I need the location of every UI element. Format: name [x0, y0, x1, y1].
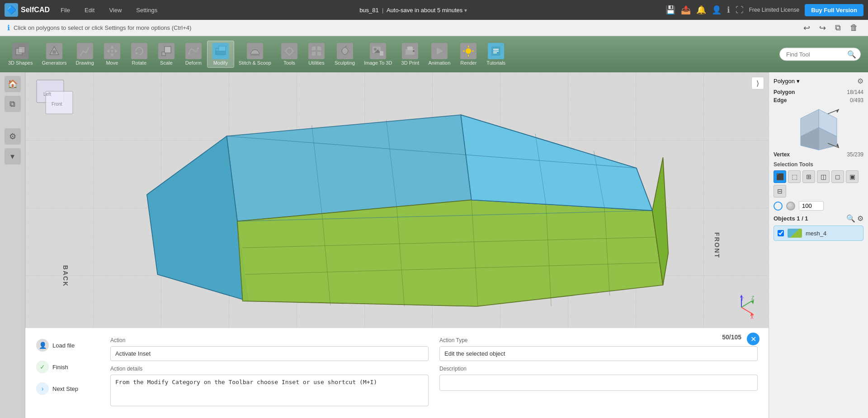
load-file-icon: 👤 — [36, 339, 49, 352]
tool-modify[interactable]: Modify — [207, 41, 234, 68]
user-icon[interactable]: 👤 — [712, 5, 722, 15]
objects-row: Objects 1 / 1 🔍 ⚙ — [774, 214, 863, 223]
object-name: mesh_4 — [806, 230, 826, 237]
sel-all-button[interactable]: ⬛ — [774, 170, 786, 183]
tool-label-modify: Modify — [213, 60, 228, 66]
home-icon[interactable]: 🏠 — [5, 76, 21, 92]
tool-3d-print[interactable]: 3D Print — [396, 41, 424, 67]
undo-button[interactable]: ↩ — [801, 21, 813, 35]
svg-text:Front: Front — [52, 102, 62, 107]
find-tool-area: 🔍 — [779, 48, 861, 61]
tool-3d-shapes[interactable]: 3D Shapes — [4, 41, 37, 67]
svg-point-18 — [286, 48, 292, 54]
bell-icon[interactable]: 🔔 — [696, 5, 706, 15]
svg-rect-23 — [312, 47, 316, 50]
redo-button[interactable]: ↪ — [816, 21, 829, 35]
selection-circle[interactable] — [774, 202, 783, 211]
svg-text:X: X — [750, 315, 754, 320]
close-tutorial-button[interactable]: ✕ — [747, 333, 760, 345]
tool-generators[interactable]: Generators — [37, 41, 71, 67]
top-right-actions: 💾 📤 🔔 👤 ℹ ⛶ Free Limited License Buy Ful… — [665, 4, 863, 16]
buy-full-version-button[interactable]: Buy Full Version — [805, 4, 863, 16]
tool-label-utilities: Utilities — [308, 60, 324, 66]
tool-tools[interactable]: Tools — [276, 41, 303, 67]
info-icon[interactable]: ℹ — [727, 5, 730, 15]
svg-rect-8 — [111, 50, 113, 52]
menu-file[interactable]: File — [57, 5, 74, 15]
sel-box-button[interactable]: ⬚ — [788, 170, 801, 183]
tool-scale[interactable]: Scale — [153, 41, 180, 67]
layers-icon[interactable]: ⧉ — [5, 96, 21, 112]
step-load-file[interactable]: 👤 Load file — [36, 337, 99, 353]
notification-message: ℹ Click on polygons to select or click S… — [7, 23, 191, 32]
objects-search-icon[interactable]: 🔍 — [846, 214, 855, 223]
tool-sculpting[interactable]: Sculpting — [330, 41, 359, 67]
tool-label-stitch-scoop: Stitch & Scoop — [239, 60, 271, 66]
action-input[interactable] — [110, 346, 429, 361]
step-finish[interactable]: ✓ Finish — [36, 359, 99, 375]
share-icon[interactable]: 📤 — [681, 5, 691, 15]
copy-button[interactable]: ⧉ — [832, 21, 844, 34]
tutorial-panel: 👤 Load file ✓ Finish › Next Step Action … — [25, 328, 769, 418]
sel-extra-button[interactable]: ⊟ — [774, 185, 786, 197]
viewport[interactable]: Left Front FRONT BACK Y X Z — [25, 72, 769, 418]
tool-image-to-3d[interactable]: Image To 3D — [359, 41, 396, 67]
tool-move[interactable]: Move — [99, 41, 126, 67]
view-settings-icon[interactable]: ⚙ — [857, 77, 863, 85]
app-logo[interactable]: 🔷 SelfCAD — [5, 3, 50, 17]
step-next[interactable]: › Next Step — [36, 380, 99, 397]
sel-vertex-button[interactable]: ◻ — [831, 170, 844, 183]
sculpting-icon — [337, 43, 353, 59]
object-checkbox[interactable] — [778, 230, 784, 236]
view-mode-label[interactable]: Polygon ▾ — [774, 78, 800, 85]
chevron-down-icon[interactable]: ▾ — [5, 148, 21, 164]
modify-icon — [212, 43, 229, 59]
action-type-input[interactable] — [439, 346, 758, 361]
tool-tutorials[interactable]: Tutorials — [482, 41, 510, 67]
svg-rect-31 — [380, 51, 383, 56]
sel-connected-button[interactable]: ⊞ — [802, 170, 815, 183]
tool-render[interactable]: Render — [455, 41, 482, 67]
tool-label-sculpting: Sculpting — [335, 60, 355, 66]
selection-size-input[interactable] — [799, 201, 824, 211]
delete-button[interactable]: 🗑 — [847, 21, 861, 34]
tool-drawing[interactable]: Drawing — [71, 41, 98, 67]
step-finish-label: Finish — [52, 364, 68, 371]
objects-settings-icon[interactable]: ⚙ — [857, 214, 863, 223]
step-counter: 50/105 — [722, 333, 741, 341]
save-icon[interactable]: 💾 — [665, 5, 675, 15]
tool-stitch-scoop[interactable]: Stitch & Scoop — [234, 41, 276, 67]
expand-button[interactable]: ⟩ — [751, 77, 764, 89]
menu-edit[interactable]: Edit — [81, 5, 98, 15]
sel-edge-button[interactable]: ◫ — [817, 170, 830, 183]
settings-icon[interactable]: ⚙ — [5, 128, 21, 145]
svg-marker-36 — [437, 47, 443, 55]
file-name: bus_81 — [359, 7, 379, 14]
menu-view[interactable]: View — [105, 5, 125, 15]
menu-settings[interactable]: Settings — [132, 5, 161, 15]
view-cube-nav[interactable]: Left Front — [34, 78, 75, 118]
svg-rect-24 — [317, 47, 321, 50]
svg-point-13 — [197, 47, 199, 49]
search-icon[interactable]: 🔍 — [847, 50, 856, 59]
license-text: Free Limited License — [749, 7, 799, 13]
svg-marker-4 — [110, 46, 114, 48]
tool-label-tools: Tools — [283, 60, 295, 66]
action-details-textarea: From the Modify Category on the Toolbar … — [110, 375, 429, 406]
tool-utilities[interactable]: Utilities — [303, 41, 330, 67]
deform-icon — [185, 43, 202, 59]
tool-deform[interactable]: Deform — [180, 41, 207, 67]
tool-rotate[interactable]: Rotate — [126, 41, 153, 67]
step-load-file-label: Load file — [52, 342, 75, 349]
sel-face-button[interactable]: ▣ — [846, 170, 859, 183]
left-panel: 🏠 ⧉ ⚙ ▾ — [0, 72, 25, 418]
3d-shapes-icon — [12, 43, 28, 59]
svg-rect-17 — [250, 54, 259, 56]
tool-label-3d-print: 3D Print — [401, 60, 420, 66]
view-cube[interactable] — [796, 107, 841, 152]
tool-label-rotate: Rotate — [132, 60, 146, 66]
fullscreen-icon[interactable]: ⛶ — [736, 5, 744, 15]
object-list-item[interactable]: mesh_4 — [774, 225, 863, 241]
tool-animation[interactable]: Animation — [424, 41, 455, 67]
selection-sphere[interactable] — [786, 202, 795, 211]
